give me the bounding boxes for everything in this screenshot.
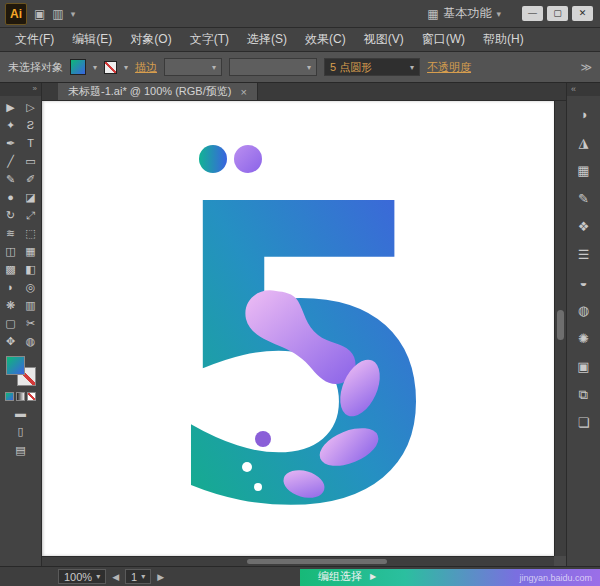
zoom-control[interactable]: 100% ▾ [58,569,106,584]
opacity-link[interactable]: 不透明度 [427,60,471,75]
gradient-button[interactable] [16,392,25,401]
menu-item[interactable]: 选择(S) [238,31,296,48]
menu-item[interactable]: 对象(O) [121,31,180,48]
tool-icon: ◪ [25,191,35,204]
prev-artboard-button[interactable]: ◀ [112,572,119,582]
appearance-icon[interactable]: ✺ [572,329,596,348]
color-guide-icon[interactable]: ◮ [572,133,596,152]
chevron-down-icon: ▾ [71,9,76,19]
close-icon[interactable]: × [240,86,246,98]
tool-icon: ↻ [6,209,15,222]
pen-tool[interactable]: ✒ [2,135,20,151]
blend-tool[interactable]: ◎ [22,279,40,295]
fill-swatch[interactable] [6,356,25,375]
brushes-icon[interactable]: ✎ [572,189,596,208]
white-dot-2 [254,483,262,491]
pencil-tool[interactable]: ✐ [22,171,40,187]
fill-stroke-indicator [6,356,36,386]
vertical-scrollbar[interactable] [554,101,566,556]
menu-item[interactable]: 帮助(H) [474,31,533,48]
vertical-scroll-thumb[interactable] [557,310,564,340]
tool-icon: ▥ [25,299,35,312]
layers-icon[interactable]: ⧉ [572,385,596,404]
column-graph-tool[interactable]: ▥ [22,297,40,313]
menu-item[interactable]: 文字(T) [181,31,238,48]
artboard-tool[interactable]: ▢ [2,315,20,331]
close-button[interactable]: ✕ [572,6,593,21]
document-tab[interactable]: 未标题-1.ai* @ 100% (RGB/预览) × [58,83,258,100]
hand-tool[interactable]: ✥ [2,333,20,349]
shape-builder-tool[interactable]: ◫ [2,243,20,259]
graphic-styles-icon[interactable]: ▣ [572,357,596,376]
eraser-tool[interactable]: ◪ [22,189,40,205]
mesh-tool[interactable]: ▩ [2,261,20,277]
workspace-switcher[interactable]: ▦ 基本功能 ▾ [427,5,501,22]
chevron-down-icon: ▾ [96,572,100,581]
stroke-icon[interactable]: ☰ [572,245,596,264]
menu-item[interactable]: 效果(C) [296,31,355,48]
lasso-tool[interactable]: Ƨ [22,117,40,133]
gradient-tool[interactable]: ◧ [22,261,40,277]
perspective-grid-tool[interactable]: ▦ [22,243,40,259]
menu-bar: 文件(F)编辑(E)对象(O)文字(T)选择(S)效果(C)视图(V)窗口(W)… [0,28,600,52]
symbol-sprayer-tool[interactable]: ❋ [2,297,20,313]
tools-panel-collapse-icon[interactable]: » [0,83,41,96]
bridge-icon[interactable]: ▣ [34,7,45,21]
eyedropper-tool[interactable]: ◗ [2,279,20,295]
width-tool[interactable]: ≋ [2,225,20,241]
scale-tool[interactable]: ⤢ [22,207,40,223]
direct-selection-tool[interactable]: ▷ [22,99,40,115]
zoom-tool[interactable]: ◍ [22,333,40,349]
swatches-icon[interactable]: ▦ [572,161,596,180]
artboard[interactable]: 5 [42,101,554,556]
maximize-button[interactable]: ▢ [547,6,568,21]
menu-item[interactable]: 视图(V) [355,31,413,48]
tool-icon: ⤢ [26,209,35,222]
tool-icon: ◧ [25,263,35,276]
rectangle-tool[interactable]: ▭ [22,153,40,169]
fill-color-swatch[interactable] [70,59,86,75]
none-button[interactable] [27,392,36,401]
artwork-svg: 5 [42,101,554,556]
horizontal-scroll-thumb[interactable] [247,559,387,564]
color-button[interactable] [5,392,14,401]
rotate-tool[interactable]: ↻ [2,207,20,223]
width-profile-select[interactable]: ▾ [229,58,317,76]
transparency-icon[interactable]: ◍ [572,301,596,320]
stroke-weight-select[interactable]: ▾ [164,58,222,76]
menu-item[interactable]: 文件(F) [6,31,63,48]
color-panel-icon[interactable]: ◑ [572,105,596,124]
menu-item[interactable]: 编辑(E) [63,31,121,48]
next-artboard-button[interactable]: ▶ [157,572,164,582]
free-transform-tool[interactable]: ⬚ [22,225,40,241]
horizontal-scrollbar[interactable] [42,556,554,566]
stroke-color-swatch[interactable] [104,61,117,74]
symbols-icon[interactable]: ❖ [572,217,596,236]
screen-mode-button[interactable]: ▯ [17,425,23,438]
menu-item[interactable]: 窗口(W) [413,31,474,48]
magic-wand-tool[interactable]: ✦ [2,117,20,133]
tool-icon: ◍ [26,335,36,348]
minimize-button[interactable]: — [522,6,543,21]
drawing-mode-button[interactable]: ▬ [15,407,26,419]
tool-icon: Ƨ [27,119,34,131]
selection-tool[interactable]: ▶ [2,99,20,115]
artboards-icon[interactable]: ❏ [572,413,596,432]
panel-dock-expand-icon[interactable]: « [567,83,600,96]
tool-icon: ✎ [6,173,15,186]
slice-tool[interactable]: ✂ [22,315,40,331]
toolbar-menu-icon[interactable]: ▤ [15,444,25,457]
artboard-nav-control[interactable]: 1 ▾ [125,569,151,584]
line-segment-tool[interactable]: ╱ [2,153,20,169]
app-logo: Ai [5,3,27,25]
stroke-panel-link[interactable]: 描边 [135,60,157,75]
brush-definition-select[interactable]: 5 点圆形 ▾ [324,58,420,76]
type-tool[interactable]: T [22,135,40,151]
panel-glyph-icon: ▣ [577,359,589,374]
gradient-icon[interactable]: ◒ [572,273,596,292]
paintbrush-tool[interactable]: ✎ [2,171,20,187]
blob-brush-tool[interactable]: ● [2,189,20,205]
arrange-documents-icon[interactable]: ▥ [52,7,63,21]
control-bar-overflow-icon[interactable]: ≫ [580,61,592,74]
workspace-label: 基本功能 [443,5,491,22]
